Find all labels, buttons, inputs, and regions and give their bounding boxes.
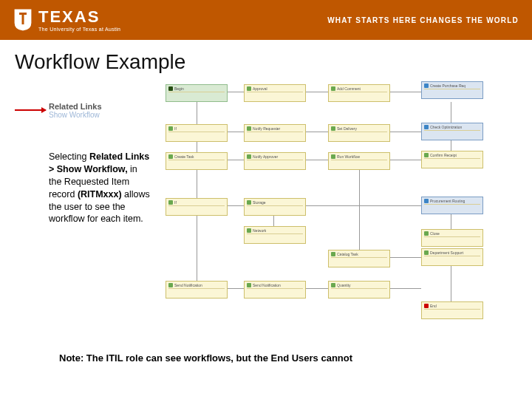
wf-connector: [228, 160, 244, 160]
node-label: Create Task: [174, 154, 194, 159]
node-icon: [168, 154, 173, 159]
wf-connector: [306, 205, 421, 206]
node-label: Begin: [174, 86, 184, 91]
wf-connector: [390, 257, 421, 258]
wf-comment: Add Comment: [328, 84, 390, 102]
node-icon: [247, 154, 251, 159]
wf-catalog: Catalog Task: [328, 250, 390, 267]
node-label: Storage: [253, 200, 266, 205]
node-icon: [331, 283, 335, 287]
wf-check: Check Optimization: [421, 123, 483, 140]
node-icon: [247, 86, 251, 91]
node-label: Notify Approver: [253, 154, 278, 159]
wf-connector: [197, 142, 197, 152]
node-label: Approval: [253, 86, 267, 91]
wf-connector: [273, 216, 274, 226]
wf-task-1: Create Task: [166, 152, 228, 170]
node-icon: [424, 250, 429, 255]
node-icon: [331, 126, 335, 131]
wf-storage: Storage: [244, 198, 306, 216]
related-links-box: Related Links Show Workflow: [49, 102, 102, 119]
wf-connector: [451, 140, 451, 151]
shield-icon: [13, 8, 33, 32]
related-heading: Related Links: [49, 102, 102, 111]
wf-approval: Approval: [244, 84, 306, 102]
wf-receipt: Confirm Receipt: [421, 151, 483, 168]
body-pre: Selecting: [49, 151, 89, 162]
node-icon: [424, 153, 429, 157]
logo: TEXAS The University of Texas at Austin: [13, 8, 120, 32]
node-icon: [247, 228, 251, 233]
footer-note: Note: The ITIL role can see workflows, b…: [59, 352, 352, 364]
node-label: Set Delivery: [337, 126, 357, 131]
node-label: Procurement Routing: [430, 199, 465, 203]
node-label: Catalog Task: [337, 252, 358, 256]
wf-connector: [228, 92, 244, 92]
wf-connector: [197, 102, 197, 124]
node-icon: [247, 283, 251, 287]
node-icon: [424, 83, 429, 88]
node-label: Create Purchase Req: [430, 83, 466, 88]
wf-connector: [306, 160, 328, 160]
node-icon: [424, 199, 429, 203]
wf-delivery: Set Delivery: [328, 124, 390, 142]
wf-qty: Quantity: [328, 281, 390, 299]
wf-connector: [451, 102, 451, 123]
wf-run: Run Workflow: [328, 152, 390, 170]
wf-connector: [390, 160, 421, 160]
node-icon: [424, 304, 429, 308]
node-label: If: [174, 200, 177, 205]
node-icon: [168, 86, 173, 91]
node-label: Confirm Receipt: [430, 153, 457, 157]
wf-connector: [451, 214, 451, 229]
node-icon: [168, 126, 173, 131]
tagline: WHAT STARTS HERE CHANGES THE WORLD: [327, 16, 519, 24]
wf-begin: Begin: [166, 84, 228, 102]
wf-proc: Procurement Routing: [421, 197, 483, 214]
node-label: Add Comment: [337, 86, 361, 91]
node-label: Network: [253, 228, 266, 233]
node-icon: [247, 126, 251, 131]
wf-connector: [197, 170, 197, 198]
wf-connector: [306, 288, 328, 289]
workflow-diagram: BeginApprovalAdd CommentCreate Purchase …: [163, 80, 517, 324]
brand-header: TEXAS The University of Texas at Austin …: [0, 0, 532, 40]
node-icon: [247, 200, 251, 205]
wf-connector: [390, 288, 421, 289]
wf-notify-2: Notify Approver: [244, 152, 306, 170]
wf-connector: [359, 170, 360, 250]
node-label: Notify Requester: [253, 126, 280, 131]
wf-connector: [390, 132, 421, 132]
wf-network: Network: [244, 226, 306, 244]
wf-close: Close: [421, 229, 483, 247]
node-icon: [331, 86, 335, 91]
wf-dept: Department Support: [421, 248, 483, 266]
node-icon: [331, 252, 335, 256]
show-workflow-link[interactable]: Show Workflow: [49, 111, 102, 119]
wf-connector: [197, 216, 197, 281]
node-label: Send Notification: [174, 283, 202, 287]
wf-connector: [228, 205, 244, 206]
wf-send-2: Send Notification: [244, 281, 306, 299]
svg-rect-1: [22, 13, 24, 24]
node-label: Check Optimization: [430, 125, 462, 129]
node-icon: [331, 154, 335, 159]
wf-connector: [228, 288, 244, 289]
node-label: End: [430, 304, 437, 308]
logo-text: TEXAS: [38, 9, 120, 25]
content-area: Related Links Show Workflow Selecting Re…: [0, 80, 532, 361]
logo-subtitle: The University of Texas at Austin: [38, 27, 120, 32]
wf-end: End: [421, 301, 483, 319]
wf-connector: [390, 92, 421, 92]
wf-send-1: Send Notification: [166, 281, 228, 299]
arrow-icon: [15, 109, 46, 111]
node-label: Close: [430, 231, 440, 236]
node-icon: [424, 125, 429, 129]
wf-connector: [306, 92, 328, 92]
page-title: Workflow Example: [0, 40, 532, 80]
node-label: Quantity: [337, 283, 351, 287]
body-bold-2: (RITMxxx): [78, 189, 122, 200]
wf-connector: [306, 132, 328, 132]
wf-if-1: If: [166, 124, 228, 142]
wf-if-2: If: [166, 198, 228, 216]
